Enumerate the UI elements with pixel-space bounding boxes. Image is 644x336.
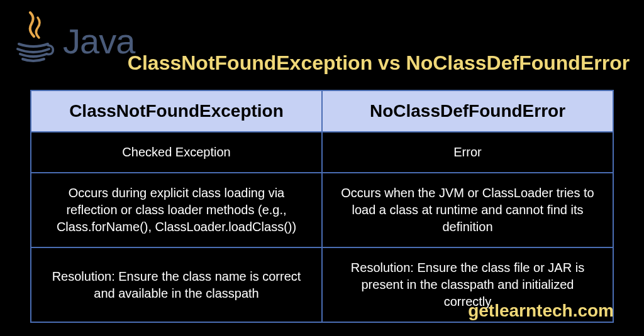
cell-occurs-left: Occurs during explicit class loading via…: [31, 173, 322, 247]
page-title: ClassNotFoundException vs NoClassDefFoun…: [113, 51, 644, 75]
table-row: Occurs during explicit class loading via…: [31, 173, 613, 247]
java-logo-icon: [11, 11, 55, 68]
header-classnotfound: ClassNotFoundException: [31, 90, 322, 132]
cell-resolution-left: Resolution: Ensure the class name is cor…: [31, 247, 322, 322]
cell-type-right: Error: [322, 132, 613, 173]
table-row: Checked Exception Error: [31, 132, 613, 173]
java-wordmark: Java: [63, 21, 135, 62]
table-header-row: ClassNotFoundException NoClassDefFoundEr…: [31, 90, 613, 132]
comparison-table: ClassNotFoundException NoClassDefFoundEr…: [30, 90, 614, 323]
header-noclassdef: NoClassDefFoundError: [322, 90, 613, 132]
cell-type-left: Checked Exception: [31, 132, 322, 173]
footer-site: getlearntech.com: [468, 301, 614, 321]
cell-occurs-right: Occurs when the JVM or ClassLoader tries…: [322, 173, 613, 247]
